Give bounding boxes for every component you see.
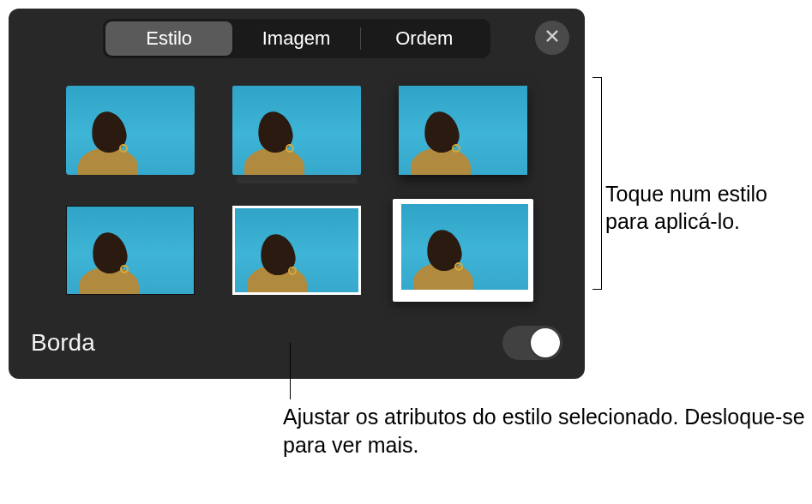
tab-order[interactable]: Ordem bbox=[361, 21, 488, 56]
style-preview-image bbox=[232, 206, 361, 295]
callout-bracket-right bbox=[592, 77, 602, 290]
style-thumb-2[interactable] bbox=[226, 79, 367, 182]
tab-image-label: Imagem bbox=[262, 27, 330, 50]
style-thumbnail-grid bbox=[51, 79, 542, 302]
style-preview-image bbox=[399, 86, 527, 175]
border-toggle[interactable] bbox=[502, 326, 562, 360]
tab-style-label: Estilo bbox=[146, 27, 192, 50]
callout-leader-bottom bbox=[290, 343, 291, 399]
tab-style[interactable]: Estilo bbox=[105, 21, 232, 56]
toggle-knob bbox=[531, 328, 560, 357]
tab-image[interactable]: Imagem bbox=[232, 21, 359, 56]
border-label: Borda bbox=[31, 329, 95, 357]
style-thumb-4[interactable] bbox=[60, 199, 201, 302]
close-icon bbox=[544, 28, 560, 47]
style-preview-image bbox=[66, 86, 195, 175]
style-thumb-5[interactable] bbox=[226, 199, 367, 302]
format-tabbar: Estilo Imagem Ordem bbox=[103, 19, 490, 58]
close-button[interactable] bbox=[535, 21, 569, 55]
style-preview-image bbox=[66, 206, 195, 295]
style-preview-image bbox=[401, 204, 528, 290]
border-row: Borda bbox=[31, 326, 562, 360]
format-style-panel: Estilo Imagem Ordem bbox=[9, 9, 585, 379]
style-thumb-1[interactable] bbox=[60, 79, 201, 182]
style-preview-image bbox=[232, 86, 361, 175]
callout-text-bottom: Ajustar os atributos do estilo seleciona… bbox=[283, 403, 812, 459]
tab-order-label: Ordem bbox=[395, 27, 453, 50]
callout-text-right: Toque num estilo para aplicá-lo. bbox=[605, 180, 812, 235]
style-thumb-6[interactable] bbox=[393, 199, 533, 302]
style-thumb-3[interactable] bbox=[393, 79, 533, 182]
